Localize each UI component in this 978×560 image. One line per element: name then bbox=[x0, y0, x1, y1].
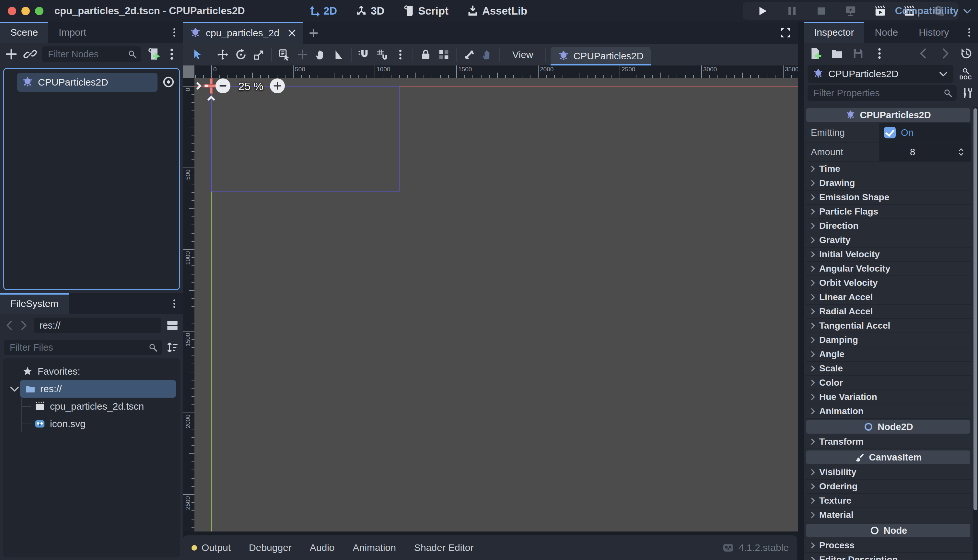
inspector-panel-menu[interactable] bbox=[960, 22, 978, 43]
section-particle-flags[interactable]: Particle Flags bbox=[806, 205, 971, 219]
tab-assetlib[interactable]: AssetLib bbox=[467, 5, 527, 17]
scene-tree[interactable]: CPUParticles2D bbox=[3, 68, 180, 290]
section-editor-description[interactable]: Editor Description bbox=[806, 553, 971, 560]
minimize-window-button[interactable] bbox=[22, 7, 30, 15]
section-initial-velocity[interactable]: Initial Velocity bbox=[806, 248, 971, 262]
section-animation[interactable]: Animation bbox=[806, 405, 971, 419]
section-texture[interactable]: Texture bbox=[806, 494, 971, 508]
renderer-dropdown[interactable]: Compatibility bbox=[895, 0, 972, 22]
tab-3d[interactable]: 3D bbox=[355, 5, 384, 17]
filter-files-input[interactable] bbox=[4, 340, 162, 355]
stepper-icon[interactable] bbox=[956, 147, 966, 158]
sort-files-button[interactable] bbox=[166, 341, 179, 354]
scene-tree-node-cpuparticles2d[interactable]: CPUParticles2D bbox=[17, 73, 158, 92]
section-gravity[interactable]: Gravity bbox=[806, 233, 971, 248]
scale-tool-button[interactable] bbox=[250, 46, 268, 64]
nav-forward-button[interactable] bbox=[18, 320, 29, 331]
tab-inspector[interactable]: Inspector bbox=[804, 22, 864, 43]
close-window-button[interactable] bbox=[8, 7, 16, 15]
play-scene-button[interactable] bbox=[874, 5, 886, 17]
scene-tab-cpu-particles-2d[interactable]: cpu_particles_2d bbox=[183, 22, 303, 44]
skeleton-options-button-button[interactable] bbox=[460, 46, 478, 64]
section-damping[interactable]: Damping bbox=[806, 333, 971, 347]
filesystem-panel-menu[interactable] bbox=[166, 293, 183, 314]
rotate-tool-button[interactable] bbox=[232, 46, 250, 64]
select-tool-button[interactable] bbox=[188, 46, 207, 64]
section-time[interactable]: Time bbox=[806, 162, 971, 176]
inspector-scrollbar[interactable] bbox=[973, 107, 978, 560]
section-emission-shape[interactable]: Emission Shape bbox=[806, 190, 971, 205]
toggle-split-mode-button[interactable] bbox=[166, 318, 179, 332]
list-select-tool-button[interactable] bbox=[275, 46, 293, 64]
bottom-tab-audio[interactable]: Audio bbox=[310, 542, 335, 553]
load-resource-button[interactable] bbox=[830, 47, 843, 60]
move-tool-button[interactable] bbox=[213, 46, 232, 64]
section-direction[interactable]: Direction bbox=[806, 219, 971, 233]
section-linear-accel[interactable]: Linear Accel bbox=[806, 290, 971, 305]
section-process[interactable]: Process bbox=[806, 538, 971, 553]
filesystem-tree[interactable]: Favorites: res:// cpu_particles_2d.tscn … bbox=[3, 358, 180, 557]
history-back-button[interactable] bbox=[917, 47, 930, 60]
2d-canvas[interactable]: 25 % bbox=[195, 78, 798, 532]
scrollbar-thumb[interactable] bbox=[973, 108, 977, 510]
bottom-tab-output[interactable]: Output bbox=[192, 542, 231, 553]
tab-node[interactable]: Node bbox=[864, 22, 908, 43]
tab-2d[interactable]: 2D bbox=[308, 5, 337, 17]
cpuparticles2d-context-button[interactable]: CPUParticles2D bbox=[551, 47, 651, 65]
visibility-toggle[interactable] bbox=[162, 75, 175, 88]
section-material[interactable]: Material bbox=[806, 508, 971, 522]
stop-button[interactable] bbox=[815, 5, 827, 17]
section-radial-accel[interactable]: Radial Accel bbox=[806, 305, 971, 319]
filter-nodes-input[interactable] bbox=[42, 46, 141, 62]
tab-script[interactable]: Script bbox=[403, 5, 448, 17]
resource-options-menu[interactable] bbox=[873, 47, 886, 60]
smart-snap-toggle-button[interactable] bbox=[355, 46, 373, 64]
open-docs-button[interactable]: DOC bbox=[957, 67, 974, 81]
object-history-button[interactable] bbox=[960, 47, 973, 60]
ruler-tool-button[interactable] bbox=[330, 46, 348, 64]
edited-object-selector[interactable]: CPUParticles2D bbox=[808, 65, 953, 83]
filter-properties-input[interactable] bbox=[808, 85, 956, 101]
attach-script-button[interactable] bbox=[146, 47, 160, 61]
section-scale[interactable]: Scale bbox=[806, 362, 971, 376]
path-input[interactable] bbox=[34, 318, 161, 333]
view-menu[interactable]: View bbox=[503, 49, 542, 60]
section-angular-velocity[interactable]: Angular Velocity bbox=[806, 262, 971, 276]
ik-chain-button-button[interactable] bbox=[478, 46, 496, 64]
instance-scene-button[interactable] bbox=[23, 47, 37, 61]
lock-selection-button-button[interactable] bbox=[417, 46, 435, 64]
section-transform[interactable]: Transform bbox=[806, 435, 971, 449]
zoom-window-button[interactable] bbox=[35, 7, 43, 15]
res-root-row[interactable]: res:// bbox=[3, 380, 180, 398]
favorites-row[interactable]: Favorites: bbox=[3, 363, 180, 380]
new-scene-tab-button[interactable] bbox=[303, 22, 324, 44]
zoom-out-button[interactable] bbox=[215, 78, 230, 93]
section-tangential-accel[interactable]: Tangential Accel bbox=[806, 319, 971, 333]
bottom-tab-shader-editor[interactable]: Shader Editor bbox=[414, 542, 473, 553]
bottom-tab-debugger[interactable]: Debugger bbox=[249, 542, 292, 553]
tab-filesystem[interactable]: FileSystem bbox=[0, 293, 69, 314]
toggle-fullscreen-button[interactable] bbox=[779, 26, 792, 39]
group-selection-button-button[interactable] bbox=[435, 46, 453, 64]
section-hue-variation[interactable]: Hue Variation bbox=[806, 390, 971, 405]
scene-panel-menu[interactable] bbox=[166, 22, 183, 43]
nav-back-button[interactable] bbox=[4, 320, 15, 331]
pivot-tool-button[interactable] bbox=[293, 46, 312, 64]
amount-value[interactable]: 8 bbox=[884, 147, 951, 158]
section-orbit-velocity[interactable]: Orbit Velocity bbox=[806, 276, 971, 290]
zoom-level[interactable]: 25 % bbox=[233, 80, 269, 93]
section-drawing[interactable]: Drawing bbox=[806, 176, 971, 190]
new-resource-button[interactable] bbox=[809, 47, 822, 60]
tab-scene[interactable]: Scene bbox=[0, 22, 48, 43]
history-forward-button[interactable] bbox=[938, 47, 951, 60]
save-resource-button[interactable] bbox=[851, 47, 865, 60]
tab-import[interactable]: Import bbox=[48, 22, 97, 43]
extra-tools-menu[interactable] bbox=[960, 86, 974, 100]
zoom-in-button[interactable] bbox=[270, 78, 285, 93]
bottom-tab-animation[interactable]: Animation bbox=[353, 542, 396, 553]
close-icon[interactable] bbox=[287, 28, 297, 38]
tab-history[interactable]: History bbox=[908, 22, 959, 43]
section-color[interactable]: Color bbox=[806, 376, 971, 390]
scene-tree-menu[interactable] bbox=[165, 47, 178, 61]
chevron-down-icon[interactable] bbox=[9, 383, 20, 394]
